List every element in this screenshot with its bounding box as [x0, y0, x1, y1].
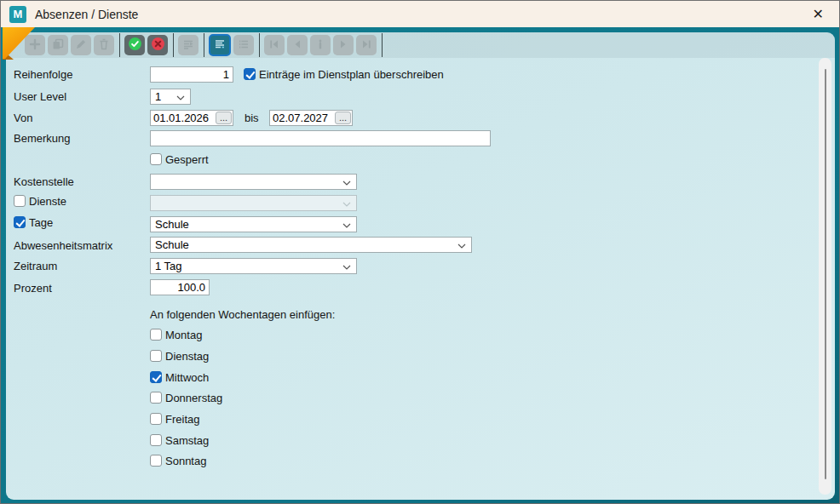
montag-checkbox[interactable] — [150, 329, 162, 341]
abwesenheitsmatrix-select[interactable]: Schule — [150, 237, 472, 253]
dienstag-checkbox[interactable] — [150, 350, 162, 362]
kostenstelle-label: Kostenstelle — [14, 175, 74, 188]
chevron-down-icon — [342, 218, 351, 231]
dienstag-label: Dienstag — [165, 350, 209, 363]
reihenfolge-input[interactable] — [150, 66, 233, 83]
detail-list-icon — [238, 38, 250, 53]
detail-view-button[interactable] — [233, 35, 254, 55]
kostenstelle-select[interactable] — [150, 174, 357, 190]
skip-last-icon — [360, 38, 372, 53]
edit-button[interactable] — [71, 35, 91, 55]
toolbar-separator — [119, 33, 120, 57]
bis-date-field: ... — [269, 110, 353, 126]
bis-date-browse-button[interactable]: ... — [335, 112, 351, 124]
delete-button[interactable] — [94, 35, 114, 55]
x-circle-icon — [151, 37, 165, 54]
sonntag-checkbox[interactable] — [150, 455, 162, 467]
absenzen-dienste-window: M Absenzen / Dienste ✕ — [0, 0, 840, 504]
chevron-down-icon — [342, 197, 351, 209]
gesperrt-checkbox[interactable] — [150, 153, 162, 165]
samstag-checkbox[interactable] — [150, 434, 162, 446]
von-date-field: ... — [150, 110, 233, 126]
wochentage-heading: An folgenden Wochentagen einfügen: — [150, 308, 335, 321]
toolbar-separator — [173, 33, 174, 57]
sonntag-label: Sonntag — [165, 455, 206, 467]
abwesenheitsmatrix-value: Schule — [155, 238, 189, 251]
samstag-label: Samstag — [165, 434, 209, 447]
info-button[interactable] — [310, 35, 331, 55]
previous-icon — [291, 38, 303, 53]
copy-button[interactable] — [48, 35, 68, 55]
trash-icon — [98, 38, 110, 53]
donnerstag-checkbox[interactable] — [150, 392, 162, 404]
check-circle-icon — [128, 37, 142, 54]
corner-fold-decoration — [3, 27, 37, 61]
user-level-select[interactable]: 1 — [150, 89, 191, 105]
tage-checkbox[interactable] — [14, 216, 26, 228]
bis-label: bis — [245, 112, 259, 124]
toolbar — [6, 32, 835, 58]
scrollbar[interactable] — [819, 58, 831, 495]
toolbar-separator — [382, 33, 383, 57]
first-record-button[interactable] — [264, 35, 285, 55]
list-arrow-icon — [182, 38, 194, 53]
last-record-button[interactable] — [356, 35, 377, 55]
app-logo: M — [9, 6, 26, 23]
next-icon — [337, 38, 349, 53]
user-level-value: 1 — [155, 90, 161, 103]
chevron-down-icon — [342, 175, 351, 188]
list-jump-button[interactable] — [178, 35, 198, 55]
mittwoch-label: Mittwoch — [165, 371, 209, 384]
tage-select[interactable]: Schule — [150, 216, 357, 232]
bis-date-input[interactable] — [270, 112, 335, 124]
chevron-down-icon — [176, 90, 185, 103]
dienste-label: Dienste — [29, 195, 66, 208]
ueberschreiben-checkbox[interactable] — [244, 68, 256, 80]
dienste-checkbox[interactable] — [14, 195, 26, 207]
info-icon — [314, 38, 326, 53]
chevron-down-icon — [457, 238, 466, 251]
freitag-label: Freitag — [165, 413, 199, 426]
pencil-icon — [75, 38, 87, 53]
skip-first-icon — [268, 38, 280, 53]
gesperrt-label: Gesperrt — [165, 153, 209, 166]
close-icon[interactable]: ✕ — [808, 6, 829, 23]
bemerkung-label: Bemerkung — [14, 132, 70, 145]
window-title: Absenzen / Dienste — [35, 8, 138, 21]
zeitraum-select[interactable]: 1 Tag — [150, 258, 357, 274]
confirm-button[interactable] — [124, 35, 145, 55]
ueberschreiben-label: Einträge im Dienstplan überschreiben — [259, 68, 444, 81]
donnerstag-label: Donnerstag — [165, 392, 222, 404]
list-view-button[interactable] — [209, 34, 231, 56]
tage-label: Tage — [29, 216, 53, 229]
user-level-label: User Level — [14, 90, 66, 103]
dienste-select — [150, 195, 357, 211]
zeitraum-label: Zeitraum — [14, 260, 57, 272]
cancel-button[interactable] — [147, 35, 168, 55]
von-date-input[interactable] — [151, 112, 216, 124]
von-label: Von — [14, 112, 32, 124]
abwesenheitsmatrix-label: Abwesenheitsmatrix — [14, 239, 112, 252]
tage-value: Schule — [155, 218, 189, 231]
prozent-label: Prozent — [14, 282, 52, 295]
mittwoch-checkbox[interactable] — [150, 371, 162, 383]
chevron-down-icon — [342, 260, 351, 272]
von-date-browse-button[interactable]: ... — [216, 112, 232, 124]
list-icon — [214, 38, 226, 53]
scrollbar-thumb[interactable] — [825, 69, 826, 479]
toolbar-separator — [259, 33, 260, 57]
titlebar: M Absenzen / Dienste ✕ — [1, 1, 839, 27]
zeitraum-value: 1 Tag — [155, 260, 182, 272]
content-panel — [6, 32, 835, 500]
montag-label: Montag — [165, 329, 202, 341]
next-record-button[interactable] — [333, 35, 354, 55]
bemerkung-input[interactable] — [150, 130, 491, 146]
reihenfolge-label: Reihenfolge — [14, 68, 72, 81]
previous-record-button[interactable] — [287, 35, 308, 55]
freitag-checkbox[interactable] — [150, 413, 162, 425]
prozent-input[interactable] — [150, 279, 210, 295]
toolbar-separator — [204, 33, 204, 57]
copy-icon — [52, 38, 64, 53]
